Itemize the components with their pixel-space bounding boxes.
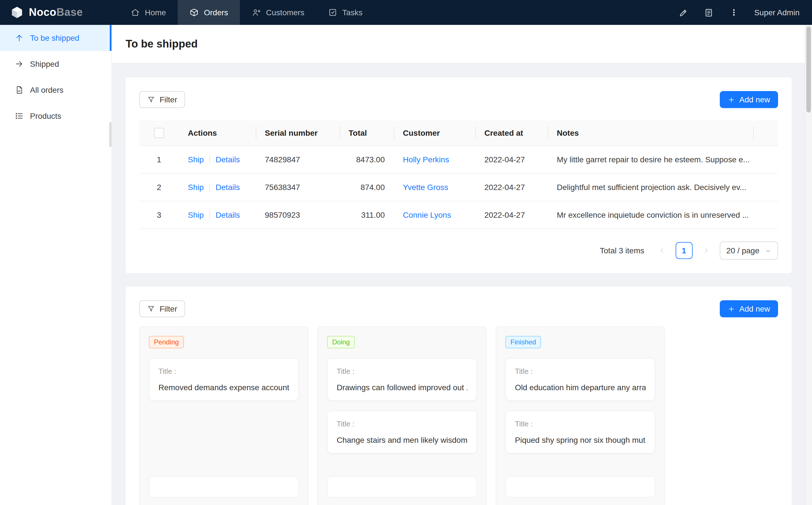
ship-link[interactable]: Ship: [188, 155, 204, 164]
logo-text: NocoBase: [29, 6, 83, 19]
cell-total: 8473.00: [340, 146, 394, 174]
add-new-button-label: Add new: [739, 95, 770, 104]
select-all-checkbox[interactable]: [154, 128, 164, 138]
sidebar-item-products[interactable]: Products: [0, 103, 112, 129]
customer-link[interactable]: Connie Lyons: [403, 211, 451, 220]
card-title-value: Drawings can followed improved out ...: [337, 383, 467, 392]
cell-total: 874.00: [340, 174, 394, 201]
cell-serial-number: 74829847: [256, 146, 340, 174]
logo[interactable]: NocoBase: [0, 6, 112, 19]
content: Filter Add new: [112, 63, 812, 505]
arrow-up-icon: [15, 33, 24, 42]
nocobase-logo-icon: [10, 6, 24, 19]
filter-button-label: Filter: [160, 95, 177, 104]
table-row: 1 ShipDetails 74829847 8473.00 Holly Per…: [139, 146, 778, 174]
details-link[interactable]: Details: [216, 211, 240, 220]
filter-button[interactable]: Filter: [139, 91, 185, 108]
table-row: 3 ShipDetails 98570923 311.00 Connie Lyo…: [139, 201, 778, 229]
add-card-button[interactable]: [505, 476, 655, 498]
ship-link[interactable]: Ship: [188, 183, 204, 192]
highlighter-icon[interactable]: [678, 8, 688, 17]
board-add-new-button[interactable]: Add new: [719, 301, 778, 318]
tasks-check-icon: [328, 8, 337, 17]
customer-link[interactable]: Holly Perkins: [403, 155, 449, 164]
cell-notes: Mr excellence inquietude conviction is i…: [548, 201, 753, 229]
more-vertical-icon[interactable]: [729, 8, 738, 17]
chevron-right-icon: [702, 247, 709, 254]
nav-item-customers[interactable]: Customers: [240, 0, 316, 25]
main-area: To be shipped Filter Add new: [112, 25, 812, 505]
scrollbar-thumb[interactable]: [806, 27, 811, 113]
chevron-down-icon: [765, 248, 771, 254]
cell-serial-number: 98570923: [256, 201, 340, 229]
top-navbar: NocoBase Home Orders Customers Tasks: [0, 0, 812, 25]
kanban-card[interactable]: Title : Change stairs and men likely wis…: [327, 411, 477, 454]
row-index: 3: [139, 201, 179, 229]
customer-link[interactable]: Yvette Gross: [403, 183, 448, 192]
navbar-right: Super Admin: [678, 8, 812, 17]
actions-divider: [210, 211, 210, 219]
row-actions: ShipDetails: [179, 201, 256, 229]
kanban-column-finished: Finished Title : Old education him depar…: [496, 327, 665, 505]
app: NocoBase Home Orders Customers Tasks: [0, 0, 812, 505]
details-link[interactable]: Details: [216, 155, 240, 164]
scrollbar[interactable]: [805, 25, 812, 505]
card-field-label: Title :: [515, 367, 646, 376]
kanban-card[interactable]: Title : Removed demands expense account …: [149, 358, 299, 401]
actions-divider: [210, 156, 210, 164]
nav-item-orders[interactable]: Orders: [178, 0, 240, 25]
board-filter-button[interactable]: Filter: [139, 301, 185, 318]
orders-box-icon: [190, 8, 199, 17]
page-title: To be shipped: [126, 38, 798, 50]
kanban-card[interactable]: Title : Old education him departure any …: [505, 358, 655, 401]
layout: To be shipped Shipped All orders Product…: [0, 25, 812, 505]
column-header-total: Total: [340, 121, 394, 146]
cell-total: 311.00: [340, 201, 394, 229]
filter-icon: [147, 305, 155, 313]
kanban-card[interactable]: Title : Drawings can followed improved o…: [327, 358, 477, 401]
status-badge: Pending: [149, 336, 184, 349]
nav-item-label: Customers: [266, 8, 304, 17]
sidebar-item-to-be-shipped[interactable]: To be shipped: [0, 25, 112, 51]
plus-icon: [727, 96, 735, 103]
pagination-total: Total 3 items: [600, 246, 644, 255]
chevron-left-icon: [658, 247, 665, 254]
next-page-button[interactable]: [697, 242, 714, 259]
card-title-value: Change stairs and men likely wisdom ...: [337, 436, 467, 445]
row-index: 1: [139, 146, 179, 174]
card-title-value: Removed demands expense account i...: [158, 383, 289, 392]
add-card-button[interactable]: [327, 476, 477, 498]
sidebar-item-all-orders[interactable]: All orders: [0, 77, 112, 103]
plus-icon: [727, 305, 735, 313]
kanban-card[interactable]: Title : Piqued shy spring nor six though…: [505, 411, 655, 454]
column-header-actions: Actions: [179, 121, 256, 146]
user-menu[interactable]: Super Admin: [754, 8, 800, 17]
page-number-button[interactable]: 1: [675, 242, 692, 259]
sidebar-item-label: To be shipped: [30, 33, 79, 42]
sidebar: To be shipped Shipped All orders Product…: [0, 25, 112, 505]
sidebar-item-label: Products: [30, 112, 61, 121]
row-actions: ShipDetails: [179, 146, 256, 174]
prev-page-button[interactable]: [653, 242, 670, 259]
sidebar-scrollbar-thumb[interactable]: [109, 122, 112, 147]
sidebar-item-shipped[interactable]: Shipped: [0, 51, 112, 77]
filter-icon: [147, 96, 155, 104]
nav-item-home[interactable]: Home: [119, 0, 178, 25]
add-new-button[interactable]: Add new: [719, 91, 778, 108]
actions-divider: [210, 183, 210, 191]
home-icon: [131, 8, 140, 17]
add-card-button[interactable]: [149, 476, 299, 498]
collections-icon[interactable]: [704, 8, 713, 17]
list-icon: [15, 112, 24, 121]
ship-link[interactable]: Ship: [188, 211, 204, 220]
cell-extra: [753, 201, 778, 229]
board-filter-button-label: Filter: [160, 305, 177, 314]
details-link[interactable]: Details: [216, 183, 240, 192]
logo-text-light: Base: [56, 6, 83, 18]
nav-item-label: Home: [145, 8, 166, 17]
customers-icon: [252, 8, 261, 17]
column-header-serial: Serial number: [256, 121, 340, 146]
page-size-select[interactable]: 20 / page: [719, 242, 778, 260]
nav-item-tasks[interactable]: Tasks: [316, 0, 375, 25]
card-field-label: Title :: [158, 367, 289, 376]
